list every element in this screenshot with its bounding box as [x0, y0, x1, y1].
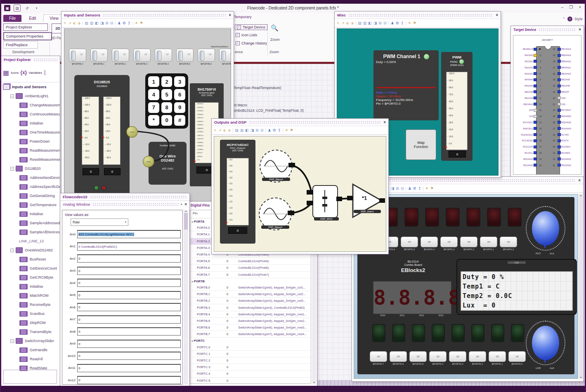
close-icon[interactable]: × — [229, 13, 231, 17]
panel-toolbar-icon[interactable]: ⚙ — [123, 21, 126, 25]
panel-toolbar-icon[interactable]: ⊟ — [260, 128, 264, 132]
keypad-key[interactable]: 7 — [148, 102, 159, 113]
panel-toolbar-icon[interactable]: ↥ — [278, 128, 281, 132]
analog-value-field[interactable]: 0 — [77, 327, 181, 336]
analog-scrollbar[interactable]: ▲ — [184, 210, 188, 385]
tree-item[interactable]: ScanBus — [1, 309, 60, 318]
analog-value-field[interactable]: 0 — [77, 340, 181, 348]
panel-toolbar-icon[interactable]: ✈ — [425, 186, 429, 190]
digital-pin-row[interactable]: PORTC.4 0 — [190, 371, 311, 377]
tree-item[interactable]: OneTimeMeasureme — [1, 128, 60, 137]
switch-handle-icon[interactable] — [157, 51, 161, 61]
panel-toolbar-icon[interactable]: ◨ — [391, 186, 395, 190]
digital-pin-row[interactable]: PORTC.0 0 — [190, 344, 311, 351]
port-toggle-button[interactable]: Off — [500, 237, 517, 247]
analog-value-field[interactable]: 0 — [77, 267, 181, 275]
port-toggle-button[interactable]: Off — [421, 237, 438, 247]
panel-toolbar-icon[interactable]: | — [265, 128, 266, 132]
digital-pin-row[interactable]: PORTB.6 0 SwitchArraySlider1(pin6), keyp… — [190, 324, 311, 331]
digital-pin-row[interactable]: PORTC.5 0 — [190, 378, 311, 384]
minimize-button[interactable]: – — [561, 5, 564, 9]
scroll-up-icon[interactable]: ▲ — [184, 210, 188, 212]
panel-toolbar-icon[interactable]: ⊞ — [396, 186, 399, 190]
help-icon[interactable]: ? — [567, 16, 572, 21]
panel-toolbar-icon[interactable]: ◨ — [100, 21, 104, 25]
analog-value-field[interactable]: 0 ComboBL0114(PotADC) — [77, 242, 181, 251]
toggle-switch[interactable]: Off — [155, 49, 172, 62]
panel-toolbar-icon[interactable]: ⚙ — [396, 21, 399, 25]
toggle-switch[interactable]: Off — [219, 49, 232, 62]
tab-edit[interactable]: Edit — [23, 15, 42, 22]
ldr-knob-ball[interactable] — [532, 326, 559, 360]
variables-label[interactable]: Variables — [28, 71, 42, 75]
panel-toolbar-icon[interactable]: ↖ — [337, 21, 340, 25]
tree-item[interactable]: TransmitByte — [1, 327, 60, 336]
panel-toolbar-icon[interactable]: ⬗ — [228, 128, 231, 132]
switch-handle-icon[interactable] — [178, 51, 183, 61]
outputs-dsp-titlebar[interactable]: Outputs and DSP × — [212, 119, 388, 126]
close-icon[interactable]: × — [496, 13, 498, 17]
map-function-block[interactable]: Map Function — [406, 129, 436, 160]
port-toggle-button[interactable]: Off — [449, 351, 466, 362]
panel-toolbar-icon[interactable]: ▥ — [240, 128, 244, 132]
find-replace-button[interactable]: Find/Replace — [3, 41, 38, 49]
port-toggle-button[interactable]: Off — [409, 351, 427, 362]
panel-toolbar-icon[interactable]: ↗ — [69, 21, 72, 25]
chip-pin-row[interactable]: RA1/AN1 3 38 RB5/AN12 — [514, 59, 580, 65]
misc-titlebar[interactable]: Misc × — [335, 12, 501, 19]
port-toggle-button[interactable]: Off — [429, 351, 447, 362]
tree-item[interactable]: MatchROM — [1, 291, 60, 300]
panel-toolbar-icon[interactable]: ▥ — [363, 21, 367, 25]
chip-pin-row[interactable]: RC2/CCP1 17 24 RC5/SDO — [514, 144, 580, 150]
tree-item[interactable]: OneWireDS2482 — [1, 246, 60, 255]
tree-item[interactable]: AddressSpecificDevi — [1, 182, 60, 191]
tree-item[interactable]: Initialise — [1, 119, 60, 128]
chip-pin-row[interactable]: RE0/AN8 8 33 RB0/INT — [514, 89, 580, 95]
chip-pin-row[interactable]: RE2/AN10 10 31 VSS — [514, 101, 580, 107]
tree-item[interactable]: SwitchArraySlider — [1, 336, 60, 345]
chip-pin-row[interactable]: RA0/AN0 2 39 RB6/AN14 — [514, 52, 580, 59]
digital-pin-row[interactable]: PORTC — [190, 338, 311, 344]
digital-pin-row[interactable]: PORTB — [190, 278, 311, 284]
panel-toolbar-icon[interactable]: ⚑ — [290, 128, 293, 132]
voltage-slider[interactable]: 5.04.54.03.53.02.52.01.51.00.50.0 — [227, 158, 249, 225]
icons-view-icon[interactable]: ▦ — [3, 69, 9, 77]
tree-item[interactable]: GetTemperature — [1, 200, 60, 209]
panel-toolbar-icon[interactable]: | — [282, 128, 283, 132]
chip-pin-row[interactable]: RE1/AN9 9 32 VDD — [514, 95, 580, 101]
macros-icon[interactable]: ⟦ — [44, 70, 46, 75]
temp-slider-1[interactable]: 125.0105.085.065.045.025.05.0-15.0-35.0-… — [82, 96, 99, 165]
panel-toolbar-icon[interactable]: | — [82, 21, 83, 25]
keypad-key[interactable]: 0 — [161, 115, 172, 126]
check-icon-lists[interactable]: ✓ Icon Lists — [236, 33, 257, 37]
switch-handle-icon[interactable] — [92, 51, 97, 61]
keypad-key[interactable]: 3 — [174, 76, 185, 87]
chip-pin-row[interactable]: RD0/AN20 19 22 RD3/AN23 — [514, 156, 580, 162]
panel-toolbar-icon[interactable]: ▤ — [235, 128, 239, 132]
panel-toolbar-icon[interactable]: ⚑ — [413, 21, 416, 25]
tree-item[interactable]: DS18B20 — [1, 164, 60, 173]
port-toggle-button[interactable]: Off — [460, 237, 477, 247]
panel-toolbar-icon[interactable]: | — [232, 128, 233, 132]
expand-icon[interactable] — [10, 167, 14, 171]
component-properties-button[interactable]: Component Properties — [3, 32, 52, 40]
panel-toolbar-icon[interactable]: ◧ — [245, 128, 249, 132]
analog-value-field[interactable]: 825 ComboBL0114(LightSensor ADC) — [77, 230, 181, 238]
tree-item[interactable]: GetCRC8Byte — [1, 273, 60, 282]
panel-toolbar-icon[interactable]: ⊟ — [401, 186, 404, 190]
chip-pin-row[interactable]: RC3/SCL 18 23 RC4/SDA — [514, 150, 580, 156]
panel-toolbar-icon[interactable]: ◨ — [373, 21, 377, 25]
collapse-ribbon-icon[interactable]: ⌃ — [562, 17, 565, 21]
chip-pin-row[interactable]: RC0/SOSCO 15 26 RC7/RX — [514, 131, 580, 138]
keypad-key[interactable]: 4 — [148, 89, 159, 100]
toggle-switch[interactable]: Off — [69, 49, 86, 62]
panel-toolbar-icon[interactable]: | — [388, 21, 389, 25]
panel-toolbar-icon[interactable]: ↖ — [64, 21, 67, 25]
temp-slider-2[interactable]: 125.0105.085.065.045.025.05.0-15.0-35.0-… — [103, 96, 121, 165]
close-icon[interactable]: × — [383, 120, 386, 124]
chip-pin-row[interactable]: RA2/AN2 4 37 RB4/AN11 — [514, 64, 580, 70]
panel-toolbar-icon[interactable]: ⊞ — [378, 21, 382, 25]
scroll-up-icon[interactable]: ▲ — [579, 194, 583, 197]
keypad-key[interactable]: 1 — [148, 76, 159, 87]
digital-pin-row[interactable]: PORTB.0 0 SwitchArraySlider1(pin0), keyp… — [190, 284, 311, 291]
